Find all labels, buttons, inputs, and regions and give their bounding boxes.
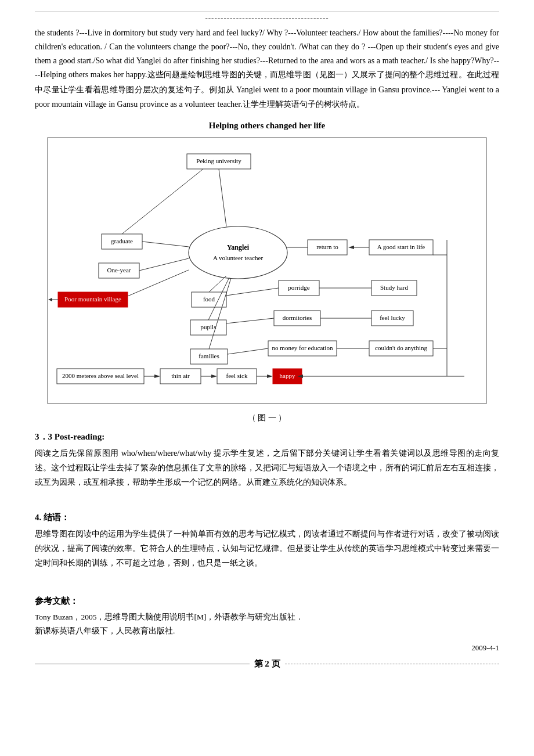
paragraph4: 思维导图在阅读中的运用为学生提供了一种简单而有效的思考与记忆模式，阅读者通过不断… (35, 527, 499, 571)
paragraph33: 阅读之后先保留原图用 who/when/where/what/why 提示学生复… (35, 446, 499, 490)
section33-heading: 3．3 Post-reading: (35, 431, 499, 442)
refs-heading: 参考文献： (35, 596, 499, 607)
svg-text:feel sick: feel sick (226, 372, 248, 379)
svg-line-20 (209, 276, 226, 292)
svg-text:families: families (199, 352, 219, 359)
diagram-title: Helping others changed her life (35, 121, 499, 131)
svg-text:One-year: One-year (107, 266, 131, 273)
diagram-container: Helping others changed her life .node-re… (35, 121, 499, 409)
svg-text:feel lucky: feel lucky (380, 314, 405, 321)
svg-marker-49 (348, 246, 354, 249)
svg-marker-55 (154, 375, 160, 378)
date: 2009-4-1 (35, 643, 499, 653)
svg-text:A volunteer teacher: A volunteer teacher (213, 254, 263, 261)
paragraph1: the students ?---Live in dormitory but s… (35, 26, 499, 111)
svg-line-35 (228, 348, 268, 354)
page-number: 第 2 页 (252, 658, 283, 669)
bottom-left-line (35, 664, 250, 664)
svg-marker-63 (267, 375, 273, 378)
top-dashes: ---------------------------------------- (35, 13, 499, 23)
svg-marker-16 (48, 298, 52, 301)
svg-text:return to: return to (316, 243, 338, 250)
svg-marker-59 (211, 375, 217, 378)
svg-text:pupils: pupils (201, 323, 217, 330)
svg-line-29 (226, 318, 274, 323)
mind-map-svg: .node-rect { fill: white; stroke: #333; … (46, 136, 488, 409)
svg-text:couldn't do anything: couldn't do anything (375, 344, 427, 351)
top-divider (35, 12, 499, 12)
svg-text:A good start in life: A good start in life (377, 243, 425, 250)
svg-text:2000 meteres above seal level: 2000 meteres above seal level (62, 372, 139, 379)
svg-text:Yanglei: Yanglei (227, 243, 250, 251)
page-bottom: 第 2 页 (35, 658, 499, 669)
svg-text:Poor mountain village: Poor mountain village (64, 295, 121, 302)
svg-text:graduate: graduate (111, 237, 133, 244)
section33-label: 3．3 Post-reading: (35, 432, 104, 441)
svg-line-12 (139, 258, 189, 271)
section4-label: 4. 结语： (35, 513, 70, 522)
svg-text:food: food (203, 295, 215, 302)
svg-line-8 (142, 242, 189, 247)
svg-line-9 (122, 169, 203, 234)
svg-text:porridge: porridge (288, 283, 309, 290)
svg-text:Study hard: Study hard (380, 283, 408, 290)
diagram-caption: （ 图 一 ） (35, 413, 499, 423)
svg-line-23 (226, 288, 279, 296)
svg-text:no money for education: no money for education (272, 344, 333, 351)
section4-heading: 4. 结语： (35, 512, 499, 523)
ref1: Tony Buzan，2005，思维导图大脑使用说明书[M]，外语教学与研究出版… (35, 610, 499, 624)
svg-point-0 (189, 226, 287, 279)
svg-line-5 (219, 169, 226, 226)
ref2: 新课标英语八年级下，人民教育出版社. (35, 624, 499, 638)
svg-text:Peking university: Peking university (196, 157, 241, 164)
svg-text:happy: happy (280, 372, 295, 379)
svg-text:thin air: thin air (171, 372, 190, 379)
svg-text:dormitories: dormitories (283, 314, 312, 321)
bottom-right-dashes (285, 664, 500, 664)
